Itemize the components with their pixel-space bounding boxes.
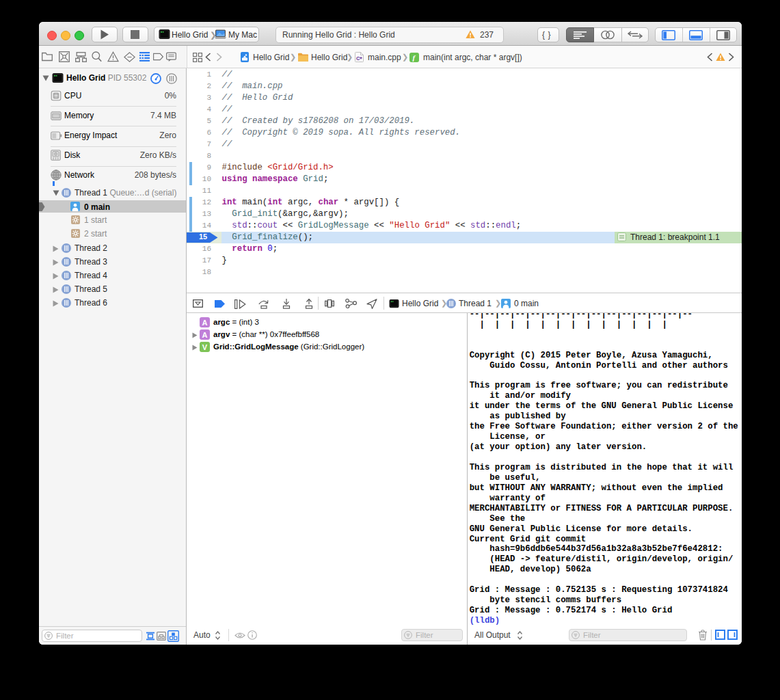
svg-text:A: A [202, 330, 207, 338]
svg-text:V: V [202, 342, 208, 351]
svg-text:C: C [356, 55, 360, 62]
svg-text:A: A [202, 318, 207, 326]
